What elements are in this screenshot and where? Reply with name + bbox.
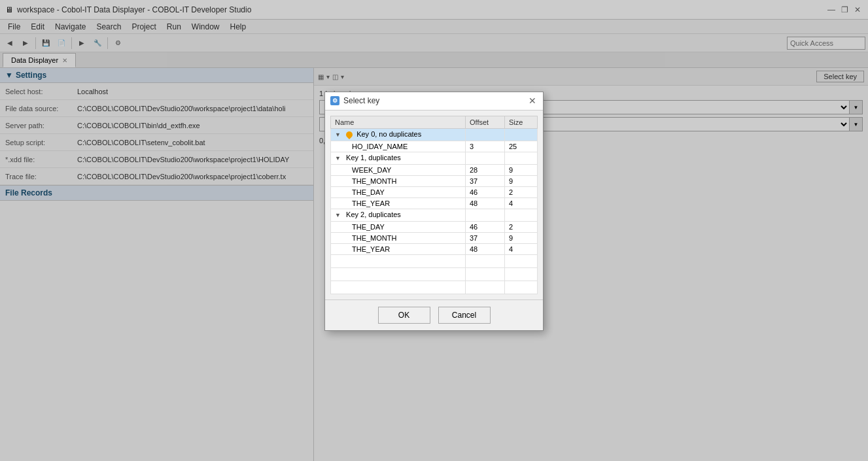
key2-child2-offset: 48 [466,243,505,254]
key1-child2-name: THE_DAY [331,186,466,197]
modal-app-icon: ⚙ [330,96,339,105]
table-row [331,267,538,281]
key2-child2-name: THE_YEAR [331,243,466,254]
key1-child1-size: 9 [505,175,538,186]
modal-title-left: ⚙ Select key [330,96,379,105]
key1-child0-size: 9 [505,164,538,175]
key2-child1-offset: 37 [466,232,505,243]
table-row[interactable]: THE_MONTH 37 9 [331,232,538,243]
table-row[interactable]: THE_YEAR 48 4 [331,243,538,254]
table-row[interactable]: THE_MONTH 37 9 [331,175,538,186]
key2-child1-name: THE_MONTH [331,232,466,243]
cancel-button[interactable]: Cancel [438,307,491,324]
table-row[interactable]: HO_IDAY_NAME 3 25 [331,141,538,152]
key0-child0-size: 25 [505,141,538,152]
col-size: Size [505,116,538,128]
key1-child0-offset: 28 [466,164,505,175]
table-row[interactable]: THE_DAY 46 2 [331,221,538,232]
table-row[interactable]: WEEK_DAY 28 9 [331,164,538,175]
key2-child0-size: 2 [505,221,538,232]
keys-table: Name Offset Size ▼ Key 0, no duplicates [330,116,538,294]
key1-child2-offset: 46 [466,186,505,197]
key2-child0-offset: 46 [466,221,505,232]
key0-label: Key 0, no duplicates [356,130,421,138]
key1-child3-offset: 48 [466,197,505,209]
key0-size [505,128,538,141]
col-offset: Offset [466,116,505,128]
key2-label: Key 2, duplicates [346,211,401,218]
key-icon-0 [345,130,354,139]
table-row[interactable]: ▼ Key 0, no duplicates [331,128,538,141]
table-row [331,281,538,294]
key2-offset [466,209,505,221]
key2-child2-size: 4 [505,243,538,254]
key1-child0-name: WEEK_DAY [331,164,466,175]
table-row[interactable]: THE_YEAR 48 4 [331,197,538,209]
modal-title-text: Select key [343,96,379,105]
table-row[interactable]: ▼ Key 1, duplicates [331,152,538,164]
key2-child1-size: 9 [505,232,538,243]
modal-close-button[interactable]: ✕ [527,95,538,106]
ok-button[interactable]: OK [378,307,430,324]
key2-child0-name: THE_DAY [331,221,466,232]
key1-size [505,152,538,164]
key1-child1-name: THE_MONTH [331,175,466,186]
collapse-key1[interactable]: ▼ [335,155,343,163]
select-key-modal: ⚙ Select key ✕ Name Offset Size [324,92,544,331]
key1-offset [466,152,505,164]
modal-overlay: ⚙ Select key ✕ Name Offset Size [0,0,868,461]
modal-title-bar: ⚙ Select key ✕ [325,92,543,111]
key2-size [505,209,538,221]
table-row[interactable]: THE_DAY 46 2 [331,186,538,197]
modal-footer: OK Cancel [325,299,543,330]
collapse-key0[interactable]: ▼ [335,131,343,139]
key1-child2-size: 2 [505,186,538,197]
key0-child0-name: HO_IDAY_NAME [331,141,466,152]
key0-child0-offset: 3 [466,141,505,152]
table-row[interactable]: ▼ Key 2, duplicates [331,209,538,221]
modal-body: Name Offset Size ▼ Key 0, no duplicates [325,111,543,299]
key0-offset [466,128,505,141]
key1-label: Key 1, duplicates [346,154,401,162]
key1-child3-size: 4 [505,197,538,209]
key1-child3-name: THE_YEAR [331,197,466,209]
table-row [331,254,538,267]
collapse-key2[interactable]: ▼ [335,212,343,220]
col-name: Name [331,116,466,128]
key1-child1-offset: 37 [466,175,505,186]
